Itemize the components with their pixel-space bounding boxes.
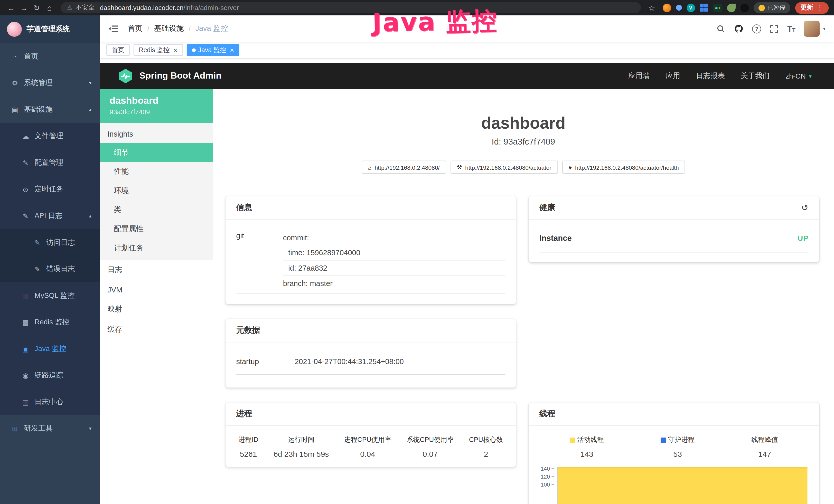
chevron-up-icon: ▴ — [89, 213, 91, 219]
threads-card: 线程 活动线程 143 — [529, 403, 819, 504]
back-icon[interactable]: ← — [5, 3, 17, 12]
sidebar-item-jvm[interactable]: JVM — [100, 280, 213, 299]
nav-item-wall[interactable]: 应用墙 — [628, 71, 650, 81]
service-url: http://192.168.0.2:48080/ — [375, 164, 440, 170]
sidebar-item-mappings[interactable]: 映射 — [100, 299, 213, 320]
fullscreen-icon[interactable] — [770, 24, 779, 33]
security-label[interactable]: 不安全 — [75, 3, 95, 12]
sidebar-item-file[interactable]: ☁ 文件管理 — [0, 123, 100, 150]
sidebar-item-redis[interactable]: ▤ Redis 监控 — [0, 309, 100, 336]
sidebar-item-system[interactable]: ⚙ 系统管理 ▾ — [0, 70, 100, 96]
card-title: 进程 — [236, 409, 252, 419]
health-url-button[interactable]: ♥ http://192.168.0.2:48080/actuator/heal… — [562, 160, 685, 174]
breadcrumb-separator: / — [189, 25, 191, 32]
sidebar-item-scheduled-tasks[interactable]: 计划任务 — [100, 239, 213, 258]
health-row[interactable]: Instance UP — [540, 233, 809, 253]
chrome-update-button[interactable]: 更新 ⋮ — [795, 2, 829, 14]
eye-icon: ◉ — [21, 371, 30, 379]
sba-body: dashboard 93a3fc7f7409 Insights 细节 性能 环境… — [100, 89, 834, 504]
sidebar-item-tools[interactable]: ⊞ 研发工具 ▾ — [0, 415, 100, 442]
sidebar-item-config[interactable]: ✎ 配置管理 — [0, 150, 100, 176]
sidebar-item-java[interactable]: ▣ Java 监控 — [0, 336, 100, 362]
screenshot-root: ← → ↻ ⌂ ⚠ 不安全 dashboard.yudao.iocoder.cn… — [0, 0, 834, 504]
github-icon[interactable] — [734, 24, 744, 33]
sidebar-item-home[interactable]: ◔ 首页 — [0, 43, 100, 70]
extension-grid-icon[interactable] — [700, 4, 708, 12]
nav-item-applications[interactable]: 应用 — [666, 71, 680, 81]
instance-header[interactable]: dashboard 93a3fc7f7409 — [100, 89, 213, 123]
address-bar[interactable]: ⚠ 不安全 dashboard.yudao.iocoder.cn/infra/a… — [61, 2, 641, 13]
actuator-url-button[interactable]: ⚒ http://192.168.0.2:48080/actuator — [450, 160, 557, 174]
stat-cpu-cores: CPU核心数 2 — [467, 435, 505, 458]
main-area: 首页 / 基础设施 / Java 监控 ? — [100, 16, 834, 504]
extension-fox-icon[interactable] — [662, 3, 671, 12]
instance-name: dashboard — [110, 95, 203, 106]
brand-title[interactable]: Spring Boot Admin — [139, 71, 221, 81]
security-warning-icon[interactable]: ⚠ — [67, 4, 72, 11]
tab-java[interactable]: Java 监控 × — [186, 44, 239, 56]
breadcrumb-separator: / — [148, 25, 150, 32]
sidebar-item-label: MySQL 监控 — [35, 291, 75, 300]
breadcrumb-infra[interactable]: 基础设施 — [154, 24, 184, 33]
sidebar-item-job[interactable]: ⊙ 定时任务 — [0, 176, 100, 203]
sidebar-item-label: API 日志 — [35, 211, 63, 221]
sidebar-item-logs[interactable]: 日志 — [100, 260, 213, 280]
sidebar-item-cache[interactable]: 缓存 — [100, 320, 213, 340]
extension-drop-icon[interactable] — [676, 5, 682, 11]
extension-on-badge[interactable]: on — [712, 3, 722, 12]
instance-id-line: Id: 93a3fc7f7409 — [213, 137, 834, 146]
url-path: /infra/admin-server — [183, 4, 239, 12]
page-url[interactable]: dashboard.yudao.iocoder.cn/infra/admin-s… — [100, 4, 239, 12]
font-size-icon[interactable]: TT — [787, 25, 795, 32]
profile-paused-chip[interactable]: 已暂停 — [753, 2, 790, 13]
sidebar-collapse-button[interactable] — [108, 24, 118, 33]
chevron-down-icon: ▾ — [823, 26, 825, 31]
nav-item-journal[interactable]: 日志报表 — [696, 71, 725, 81]
close-icon[interactable]: × — [230, 46, 234, 54]
tab-label: 首页 — [112, 45, 125, 54]
extension-leaf-icon[interactable] — [727, 3, 736, 12]
sidebar-item-trace[interactable]: ◉ 链路追踪 — [0, 362, 100, 389]
tab-redis[interactable]: Redis 监控 × — [134, 44, 183, 56]
sidebar-item-log-center[interactable]: ▥ 日志中心 — [0, 389, 100, 415]
close-icon[interactable]: × — [173, 46, 177, 54]
nav-item-about[interactable]: 关于我们 — [741, 71, 770, 81]
sidebar-item-api-log[interactable]: ✎ API 日志 ▴ — [0, 203, 100, 229]
forward-icon[interactable]: → — [18, 3, 30, 12]
browser-home-icon[interactable]: ⌂ — [44, 3, 56, 12]
tabs-bar: 首页 Redis 监控 × Java 监控 × — [100, 42, 834, 59]
sidebar-item-infra[interactable]: ▣ 基础设施 ▴ — [0, 96, 100, 123]
chevron-down-icon: ▾ — [89, 81, 91, 86]
document-icon: ▥ — [21, 398, 30, 406]
help-icon[interactable]: ? — [752, 24, 761, 33]
search-icon[interactable] — [717, 24, 726, 33]
navbar-actions: ? TT ▾ — [717, 21, 826, 37]
extension-paw-icon[interactable] — [740, 3, 749, 12]
sidebar-item-label: 研发工具 — [24, 423, 53, 433]
git-commit-label: commit: — [283, 230, 505, 245]
spring-boot-admin-logo[interactable] — [118, 69, 133, 84]
history-icon[interactable]: ↺ — [802, 203, 809, 212]
user-avatar[interactable] — [804, 21, 820, 37]
sidebar-item-environment[interactable]: 环境 — [100, 181, 213, 201]
sidebar-item-label: 链路追踪 — [35, 370, 63, 380]
service-url-button[interactable]: ⌂ http://192.168.0.2:48080/ — [361, 160, 446, 174]
sidebar-item-classes[interactable]: 类 — [100, 201, 213, 220]
app-logo-row[interactable]: 芋道管理系统 — [0, 16, 100, 43]
sidebar-item-error-log[interactable]: ✎ 错误日志 — [0, 256, 100, 282]
tab-home[interactable]: 首页 — [106, 44, 130, 56]
metadata-key: startup — [236, 358, 294, 366]
extension-v-icon[interactable]: V — [686, 3, 695, 12]
sidebar-item-config-props[interactable]: 配置属性 — [100, 220, 213, 239]
threads-chart: 140 120 100 — [536, 465, 812, 504]
sidebar-item-mysql[interactable]: ▦ MySQL 监控 — [0, 282, 100, 309]
metadata-row: startup 2021-04-27T00:44:31.254+08:00 — [236, 358, 505, 375]
sidebar-item-details[interactable]: 细节 — [100, 143, 213, 162]
breadcrumb-home[interactable]: 首页 — [128, 24, 142, 33]
sidebar-item-access-log[interactable]: ✎ 访问日志 — [0, 229, 100, 256]
bookmark-star-icon[interactable]: ☆ — [646, 3, 658, 12]
sidebar-item-performance[interactable]: 性能 — [100, 162, 213, 182]
locale-dropdown[interactable]: zh-CN ▾ — [786, 72, 812, 80]
reload-icon[interactable]: ↻ — [31, 3, 43, 12]
browser-menu-icon[interactable]: ⋮ — [816, 4, 824, 12]
